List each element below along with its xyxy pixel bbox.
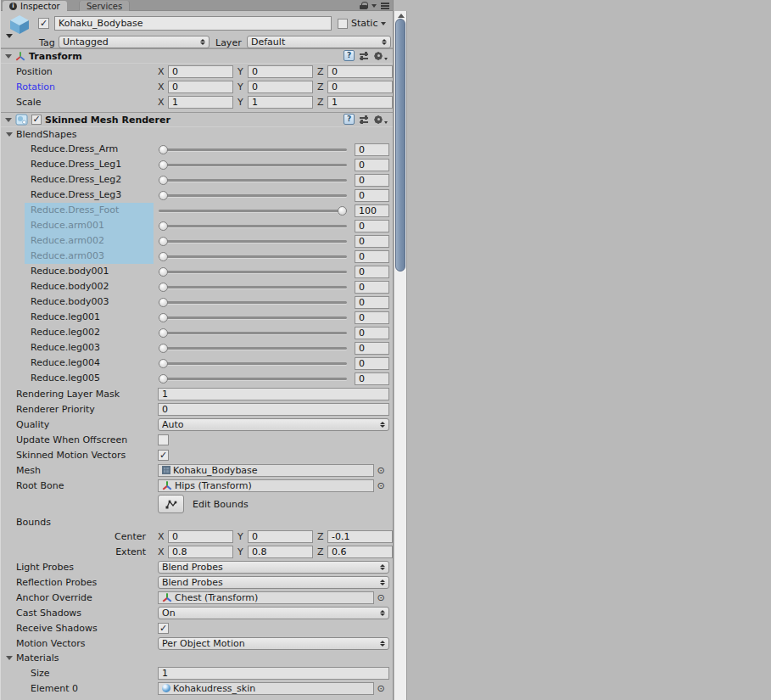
gear-icon[interactable] — [373, 51, 388, 61]
blendshape-slider-knob[interactable] — [159, 374, 168, 384]
edit-bounds-button[interactable] — [158, 495, 184, 513]
extent-x-field[interactable]: 0.8 — [168, 546, 233, 558]
reflection-probes-dropdown[interactable]: Blend Probes — [158, 576, 389, 589]
update-when-offscreen-checkbox[interactable] — [158, 434, 169, 445]
active-checkbox[interactable]: ✓ — [38, 18, 49, 29]
blendshape-value-field[interactable]: 0 — [355, 311, 389, 324]
quality-dropdown[interactable]: Auto — [158, 418, 389, 431]
blendshape-slider[interactable] — [159, 204, 347, 216]
blendshape-slider[interactable] — [159, 357, 347, 369]
blendshape-value-field[interactable]: 0 — [355, 342, 389, 355]
static-dropdown-arrow-icon[interactable] — [381, 22, 386, 25]
center-y-field[interactable]: 0 — [248, 530, 313, 543]
motion-vectors-dropdown[interactable]: Per Object Motion — [158, 637, 389, 650]
blendshape-slider-knob[interactable] — [159, 328, 168, 338]
blendshape-value-field[interactable]: 0 — [355, 266, 389, 278]
scrollbar-up-icon[interactable] — [398, 14, 405, 18]
blendshape-value-field[interactable]: 0 — [355, 357, 389, 370]
anchor-override-object-field[interactable]: Chest (Transform) — [158, 591, 374, 604]
blendshape-slider[interactable] — [159, 327, 347, 339]
blendshape-slider[interactable] — [159, 372, 347, 384]
scale-y-field[interactable]: 1 — [248, 96, 313, 109]
blendshape-value-field[interactable]: 0 — [355, 143, 389, 156]
receive-shadows-checkbox[interactable]: ✓ — [158, 623, 169, 634]
blendshape-slider[interactable] — [159, 174, 347, 186]
blendshape-slider-knob[interactable] — [159, 176, 168, 185]
blendshape-slider-knob[interactable] — [159, 191, 168, 200]
blendshape-value-field[interactable]: 0 — [355, 159, 389, 171]
position-z-field[interactable]: 0 — [327, 65, 393, 78]
blendshape-slider-knob[interactable] — [159, 267, 168, 277]
inspector-scrollbar[interactable] — [394, 11, 407, 700]
blendshape-slider-knob[interactable] — [159, 344, 168, 353]
blendshape-value-field[interactable]: 0 — [355, 189, 389, 202]
blendshape-slider-knob[interactable] — [159, 313, 168, 322]
presets-icon[interactable] — [359, 51, 369, 61]
blendshape-slider[interactable] — [159, 266, 347, 277]
static-checkbox[interactable] — [338, 19, 348, 29]
root-bone-object-field[interactable]: Hips (Transform) — [158, 479, 374, 492]
mesh-object-field[interactable]: Kohaku_Bodybase — [158, 464, 374, 477]
blendshape-value-field[interactable]: 0 — [355, 174, 389, 187]
scale-z-field[interactable]: 1 — [327, 96, 393, 109]
blendshape-slider-knob[interactable] — [338, 206, 347, 216]
blendshape-slider-knob[interactable] — [159, 359, 168, 368]
gameobject-cube-icon[interactable] — [8, 14, 31, 35]
rotation-x-field[interactable]: 0 — [168, 81, 233, 93]
blendshape-slider[interactable] — [159, 159, 347, 171]
tab-inspector[interactable]: i Inspector — [3, 1, 67, 11]
object-picker-icon[interactable]: ⊙ — [374, 683, 388, 694]
blendshape-value-field[interactable]: 0 — [355, 296, 389, 309]
foldout-icon[interactable] — [6, 132, 13, 137]
blendshape-slider[interactable] — [159, 311, 347, 323]
blendshape-slider-knob[interactable] — [159, 237, 168, 246]
object-picker-icon[interactable]: ⊙ — [374, 592, 388, 603]
blendshape-slider[interactable] — [159, 235, 347, 247]
renderer-enabled-checkbox[interactable]: ✓ — [31, 115, 42, 125]
blendshape-slider[interactable] — [159, 143, 347, 155]
blendshape-value-field[interactable]: 0 — [355, 235, 389, 248]
tab-services[interactable]: Services — [79, 1, 130, 11]
foldout-icon[interactable] — [6, 656, 13, 660]
help-icon[interactable]: ? — [344, 114, 355, 125]
cast-shadows-dropdown[interactable]: On — [158, 607, 389, 619]
object-picker-icon[interactable]: ⊙ — [374, 480, 388, 491]
extent-y-field[interactable]: 0.8 — [248, 546, 313, 558]
gear-icon[interactable] — [373, 115, 388, 125]
scale-x-field[interactable]: 1 — [168, 96, 233, 109]
blendshape-slider-knob[interactable] — [159, 283, 168, 292]
blendshape-slider[interactable] — [159, 342, 347, 354]
light-probes-dropdown[interactable]: Blend Probes — [158, 561, 389, 574]
object-picker-icon[interactable]: ⊙ — [374, 465, 388, 476]
center-x-field[interactable]: 0 — [168, 530, 233, 543]
blendshape-value-field[interactable]: 0 — [355, 220, 389, 232]
element0-object-field[interactable]: Kohakudress_skin — [158, 682, 374, 695]
lock-icon[interactable] — [360, 2, 367, 9]
blendshape-slider-knob[interactable] — [159, 145, 168, 154]
extent-z-field[interactable]: 0.6 — [327, 546, 393, 558]
gameobject-name-input[interactable]: Kohaku_Bodybase — [54, 16, 332, 31]
blendshape-slider[interactable] — [159, 281, 347, 293]
blendshape-value-field[interactable]: 0 — [355, 281, 389, 294]
blendshape-slider-knob[interactable] — [159, 160, 168, 170]
menu-icon[interactable] — [381, 5, 389, 7]
blendshape-slider-knob[interactable] — [159, 252, 168, 261]
rotation-y-field[interactable]: 0 — [248, 81, 313, 93]
blendshape-slider[interactable] — [159, 296, 347, 308]
center-z-field[interactable]: -0.1 — [327, 530, 393, 543]
renderer-priority-field[interactable]: 0 — [158, 403, 389, 416]
materials-size-field[interactable]: 1 — [158, 667, 389, 680]
blendshape-value-field[interactable]: 0 — [355, 250, 389, 263]
blendshape-slider-knob[interactable] — [159, 298, 168, 307]
blendshape-value-field[interactable]: 0 — [355, 327, 389, 339]
blendshape-slider-knob[interactable] — [159, 221, 168, 231]
position-x-field[interactable]: 0 — [168, 65, 233, 78]
position-y-field[interactable]: 0 — [248, 65, 313, 78]
blendshape-value-field[interactable]: 100 — [355, 204, 389, 217]
skinned-motion-vectors-checkbox[interactable]: ✓ — [158, 450, 169, 461]
help-icon[interactable]: ? — [344, 50, 355, 61]
blendshape-slider[interactable] — [159, 250, 347, 262]
tag-dropdown[interactable]: Untagged — [59, 36, 210, 48]
rotation-z-field[interactable]: 0 — [327, 81, 393, 93]
blendshape-slider[interactable] — [159, 220, 347, 232]
